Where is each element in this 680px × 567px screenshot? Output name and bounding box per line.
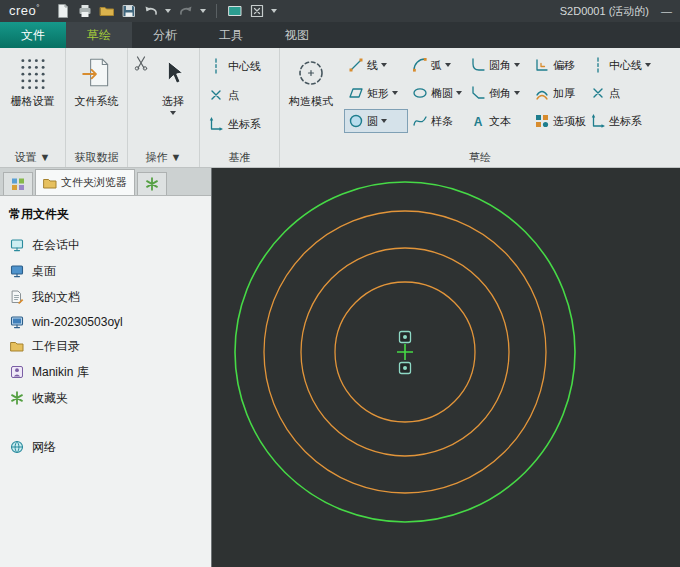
redo-dropdown-icon[interactable]	[200, 9, 206, 13]
tab-model-tree[interactable]	[3, 172, 33, 195]
dropdown-caret-icon[interactable]	[514, 63, 520, 67]
tab-tools[interactable]: 工具	[198, 22, 264, 48]
centerline-icon	[590, 57, 606, 73]
select-button[interactable]: 选择	[149, 51, 197, 115]
tool-offset-button[interactable]: 偏移	[530, 53, 586, 77]
tool-label: 圆	[367, 114, 378, 129]
folder-item-documents[interactable]: 我的文档	[0, 284, 211, 310]
point-icon	[208, 87, 224, 103]
dropdown-caret-icon[interactable]	[381, 119, 387, 123]
dropdown-caret-icon[interactable]	[456, 91, 462, 95]
close-window-icon[interactable]	[248, 3, 265, 20]
construction-mode-button[interactable]: 构造模式	[282, 51, 340, 109]
tool-arc-button[interactable]: 弧	[408, 53, 466, 77]
tool-text-button[interactable]: A文本	[466, 109, 530, 133]
tool-fillet-button[interactable]: 圆角	[466, 53, 530, 77]
documents-icon	[10, 290, 24, 304]
group-label-operations[interactable]: 操作 ▼	[128, 148, 199, 167]
dropdown-caret-icon[interactable]	[645, 63, 651, 67]
center-point-handle[interactable]	[400, 363, 411, 374]
cut-icon[interactable]	[133, 55, 149, 75]
network-icon	[10, 440, 24, 454]
tool-label: 中心线	[609, 58, 642, 73]
tool-circle-button[interactable]: 圆	[344, 109, 408, 133]
select-dropdown-icon[interactable]	[170, 111, 176, 115]
undo-icon[interactable]	[142, 3, 159, 20]
tab-file[interactable]: 文件	[0, 22, 66, 48]
tool-centerline-button[interactable]: 中心线	[586, 53, 662, 77]
dropdown-caret-icon[interactable]	[381, 63, 387, 67]
folder-item-network[interactable]: 网络	[0, 434, 211, 460]
new-file-icon[interactable]	[54, 3, 71, 20]
folder-item-label: Manikin 库	[32, 364, 89, 381]
tool-label: 选项板	[553, 114, 586, 129]
tool-label: 椭圆	[431, 86, 453, 101]
tab-sketch[interactable]: 草绘	[66, 22, 132, 48]
datum-centerline-button[interactable]: 中心线	[208, 58, 277, 74]
svg-text:A: A	[474, 115, 483, 129]
tool-label: 坐标系	[609, 114, 642, 129]
center-point-handle[interactable]	[400, 332, 411, 343]
file-system-button[interactable]: 文件系统	[68, 51, 125, 109]
minimize-button[interactable]: —	[649, 5, 680, 17]
sketch-canvas[interactable]	[212, 168, 680, 567]
folder-item-favorites[interactable]: 收藏夹	[0, 385, 211, 411]
grid-settings-button[interactable]: 栅格设置	[2, 51, 63, 109]
datum-csys-button[interactable]: 坐标系	[208, 116, 277, 132]
tab-folder-browser[interactable]: 文件夹浏览器	[35, 169, 135, 195]
navigator-tabs: 文件夹浏览器	[0, 168, 211, 196]
csys-icon	[590, 113, 606, 129]
tool-point-button[interactable]: 点	[586, 81, 662, 105]
centerline-icon	[208, 58, 224, 74]
regenerate-icon[interactable]	[226, 3, 243, 20]
folder-item-computer[interactable]: win-20230503oyl	[0, 310, 211, 333]
folder-browser-body: 常用文件夹 在会话中桌面我的文档win-20230503oyl工作目录Manik…	[0, 196, 211, 567]
file-system-label: 文件系统	[75, 94, 119, 109]
tool-line-button[interactable]: 线	[344, 53, 408, 77]
open-folder-icon[interactable]	[98, 3, 115, 20]
navigator-panel: 文件夹浏览器 常用文件夹 在会话中桌面我的文档win-20230503oyl工作…	[0, 168, 212, 567]
dropdown-caret-icon[interactable]	[392, 91, 398, 95]
folder-item-label: 网络	[32, 439, 56, 456]
dropdown-caret-icon[interactable]	[514, 91, 520, 95]
datum-label: 点	[228, 88, 239, 103]
folder-item-library[interactable]: Manikin 库	[0, 359, 211, 385]
tool-palette-button[interactable]: 选项板	[530, 109, 586, 133]
folder-icon	[10, 339, 24, 353]
tab-favorites[interactable]	[137, 172, 167, 195]
undo-dropdown-icon[interactable]	[165, 9, 171, 13]
csys-icon	[208, 116, 224, 132]
toolbar-options-icon[interactable]	[271, 9, 277, 13]
tab-view[interactable]: 视图	[264, 22, 330, 48]
tool-thicken-button[interactable]: 加厚	[530, 81, 586, 105]
line-icon	[348, 57, 364, 73]
group-label-settings[interactable]: 设置 ▼	[0, 148, 65, 167]
datum-label: 中心线	[228, 59, 261, 74]
group-label-datum: 基准	[200, 148, 279, 167]
circle-icon	[348, 113, 364, 129]
tool-chamfer-button[interactable]: 倒角	[466, 81, 530, 105]
group-label-get-data: 获取数据	[66, 148, 127, 167]
print-icon[interactable]	[76, 3, 93, 20]
quick-access-toolbar	[54, 3, 278, 20]
folder-item-label: win-20230503oyl	[32, 315, 123, 329]
thicken-icon	[534, 85, 550, 101]
favorites-icon	[10, 391, 24, 405]
save-icon[interactable]	[120, 3, 137, 20]
folder-item-session[interactable]: 在会话中	[0, 232, 211, 258]
datum-point-button[interactable]: 点	[208, 87, 277, 103]
circle-center-cross[interactable]	[397, 344, 413, 360]
tab-analysis[interactable]: 分析	[132, 22, 198, 48]
folder-item-desktop[interactable]: 桌面	[0, 258, 211, 284]
grid-settings-label: 栅格设置	[11, 94, 55, 109]
folder-item-folder[interactable]: 工作目录	[0, 333, 211, 359]
tool-label: 样条	[431, 114, 453, 129]
ribbon-group-get-data: 文件系统 获取数据	[66, 48, 128, 167]
tool-rect-button[interactable]: 矩形	[344, 81, 408, 105]
tool-spline-button[interactable]: 样条	[408, 109, 466, 133]
tool-label: 圆角	[489, 58, 511, 73]
tool-csys-button[interactable]: 坐标系	[586, 109, 662, 133]
tool-ellipse-button[interactable]: 椭圆	[408, 81, 466, 105]
dropdown-caret-icon[interactable]	[445, 63, 451, 67]
grid-settings-icon	[15, 54, 51, 92]
